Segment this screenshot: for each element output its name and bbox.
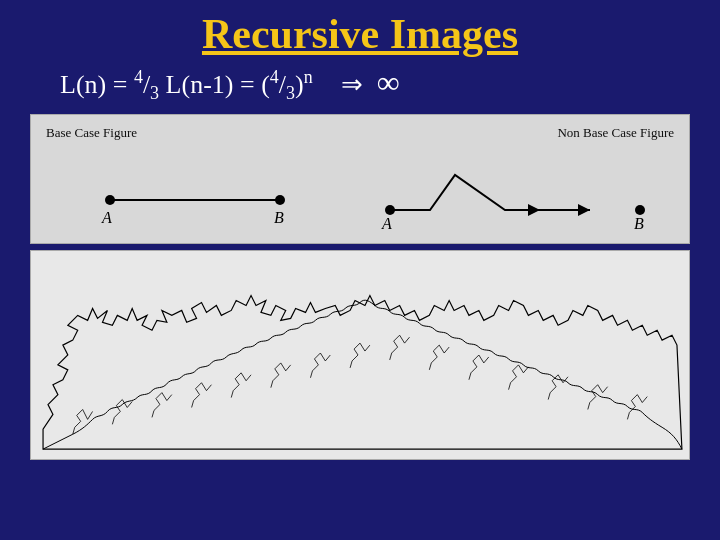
svg-point-1	[105, 195, 115, 205]
fractal-svg	[31, 251, 689, 459]
sup-n: n	[304, 67, 313, 87]
svg-marker-5	[578, 204, 590, 216]
svg-text:A: A	[381, 215, 392, 232]
svg-point-7	[385, 205, 395, 215]
svg-rect-11	[33, 251, 687, 459]
title-section: Recursive Images	[0, 0, 720, 64]
diagram-labels-row: Base Case Figure Non Base Case Figure	[46, 125, 674, 141]
nonbase-case-label: Non Base Case Figure	[557, 125, 674, 141]
fractal-box	[30, 250, 690, 460]
base-case-label: Base Case Figure	[46, 125, 137, 141]
svg-text:B: B	[274, 209, 284, 226]
sup-frac-num: 4	[134, 67, 143, 87]
formula-line: L(n) = 4/3 L(n-1) = (4/3)n ⇒ ∞	[0, 64, 720, 114]
sub-frac-den: 3	[150, 83, 159, 103]
svg-text:B: B	[634, 215, 644, 232]
sub-frac2-den: 3	[286, 83, 295, 103]
diagram-box: Base Case Figure Non Base Case Figure A …	[30, 114, 690, 244]
svg-text:A: A	[101, 209, 112, 226]
diagram-svg: A B A B	[46, 145, 674, 240]
page-title: Recursive Images	[202, 11, 518, 57]
svg-point-8	[635, 205, 645, 215]
formula-part1: L(n) = 4/3 L(n-1) = (4/3)n	[60, 67, 313, 104]
svg-marker-6	[528, 204, 540, 216]
svg-point-2	[275, 195, 285, 205]
infinity-symbol: ∞	[377, 64, 400, 101]
arrow-symbol: ⇒	[341, 69, 363, 100]
sup-frac2-num: 4	[270, 67, 279, 87]
